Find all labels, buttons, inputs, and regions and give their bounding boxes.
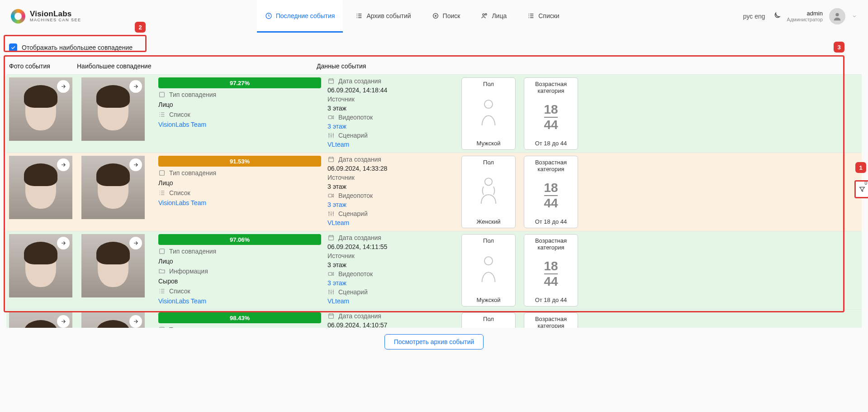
- topbar: VisionLabs MACHINES CAN SEE Последние со…: [0, 0, 868, 33]
- video-icon: [327, 192, 335, 199]
- annotation-badge-1: 1: [855, 162, 866, 173]
- show-best-match-checkbox[interactable]: [9, 43, 17, 52]
- list-icon: [158, 111, 166, 118]
- tab-archive-label: Архив событий: [366, 12, 411, 19]
- svg-rect-12: [328, 194, 332, 197]
- match-details: 98.43% Тип совпадения Лицо Список Vision…: [158, 312, 321, 328]
- svg-point-1: [433, 13, 438, 18]
- svg-rect-7: [329, 79, 334, 83]
- stream-value-link[interactable]: 3 этаж: [327, 123, 457, 130]
- tab-search[interactable]: Поиск: [424, 0, 469, 33]
- filter-count: 0: [864, 181, 867, 186]
- open-match-button[interactable]: [129, 158, 142, 171]
- gender-card: Пол Мужской: [461, 234, 516, 307]
- events-scroll[interactable]: 97.27% Тип совпадения Лицо Список Vision…: [6, 74, 862, 328]
- view-archive-button[interactable]: Посмотреть архив событий: [384, 334, 484, 350]
- brand-logo-icon: [11, 9, 25, 24]
- user-block: admin Администратор: [787, 10, 823, 23]
- annotation-badge-3: 3: [834, 42, 844, 53]
- arrow-right-icon: [60, 162, 66, 168]
- list-value-link[interactable]: VisionLabs Team: [158, 199, 321, 206]
- lang-ru[interactable]: рус: [743, 13, 753, 20]
- score-bar: 91.53%: [158, 156, 321, 167]
- nav-tabs: Последние события Архив событий Поиск Ли…: [257, 0, 568, 33]
- svg-point-13: [485, 178, 492, 185]
- calendar-icon: [327, 77, 335, 85]
- tab-latest-label: Последние события: [276, 12, 335, 19]
- lang-en[interactable]: eng: [754, 13, 765, 20]
- clock-icon: [265, 12, 272, 19]
- table-row: 98.43% Тип совпадения Лицо Список Vision…: [6, 309, 862, 328]
- arrow-right-icon: [60, 83, 66, 90]
- show-best-match-row: 2 Отображать наибольшее совпадение: [0, 37, 868, 58]
- info-cards: Пол Мужской Возрастная категория 18 44 О…: [461, 77, 588, 150]
- tab-lists-label: Списки: [538, 12, 559, 19]
- brand: VisionLabs MACHINES CAN SEE: [11, 9, 81, 24]
- open-match-button[interactable]: [129, 237, 142, 249]
- info-cards: Пол Женский Возрастная категория 18 44 О…: [461, 156, 588, 228]
- open-match-button[interactable]: [129, 80, 142, 93]
- user-name: admin: [787, 10, 823, 17]
- age-card: Возрастная категория 18 44 От 18 до 44: [524, 312, 578, 328]
- col-match: Наибольшее совпадение: [77, 62, 317, 70]
- filter-icon: [859, 186, 866, 193]
- open-event-button[interactable]: [57, 237, 70, 249]
- svg-point-4: [485, 14, 487, 15]
- svg-point-17: [484, 257, 493, 265]
- col-data: Данные события: [317, 62, 859, 70]
- scenario-value-link[interactable]: VLteam: [327, 297, 457, 305]
- open-event-button[interactable]: [57, 80, 70, 93]
- user-role: Администратор: [787, 17, 823, 23]
- svg-rect-8: [328, 116, 332, 119]
- svg-rect-15: [329, 235, 334, 240]
- scenario-value-link[interactable]: VLteam: [327, 141, 457, 148]
- chevron-down-icon[interactable]: [852, 14, 857, 19]
- arrow-right-icon: [60, 318, 66, 325]
- stream-value-link[interactable]: 3 этаж: [327, 279, 457, 287]
- open-match-button[interactable]: [129, 315, 142, 328]
- svg-rect-19: [329, 314, 334, 318]
- check-icon: [10, 45, 16, 50]
- arrow-right-icon: [133, 162, 139, 168]
- svg-rect-16: [328, 273, 332, 276]
- badge-icon: [158, 326, 166, 328]
- filter-tab[interactable]: 0: [855, 181, 868, 197]
- event-thumbnail: [9, 77, 72, 141]
- age-card: Возрастная категория 18 44 От 18 до 44: [524, 77, 578, 150]
- tab-lists[interactable]: Списки: [519, 0, 567, 33]
- brand-name: VisionLabs: [30, 10, 81, 18]
- gender-card: Пол Мужской: [461, 77, 516, 150]
- gender-card: Пол Женский: [461, 156, 516, 228]
- svg-point-3: [483, 14, 484, 15]
- badge-icon: [158, 248, 166, 255]
- svg-rect-14: [160, 249, 165, 254]
- show-best-match-label: Отображать наибольшее совпадение: [22, 44, 133, 51]
- event-meta: Дата создания 06.09.2024, 14:18:44 Источ…: [326, 77, 457, 150]
- list-icon: [356, 12, 363, 19]
- arrow-right-icon: [133, 240, 139, 246]
- match-thumbnail: [81, 312, 145, 328]
- match-details: 97.27% Тип совпадения Лицо Список Vision…: [158, 77, 321, 150]
- svg-rect-18: [160, 327, 165, 328]
- tab-faces[interactable]: Лица: [473, 0, 515, 33]
- events-table: 3 Фото события Наибольшее совпадение Дан…: [6, 58, 862, 328]
- avatar[interactable]: [829, 8, 845, 24]
- moon-icon[interactable]: [772, 12, 781, 21]
- info-line: Информация: [158, 268, 321, 275]
- stream-value-link[interactable]: 3 этаж: [327, 201, 457, 208]
- open-event-button[interactable]: [57, 315, 70, 328]
- sliders-icon: [327, 288, 335, 296]
- event-thumbnail: [9, 312, 72, 328]
- tab-faces-label: Лица: [492, 12, 507, 19]
- open-event-button[interactable]: [57, 158, 70, 171]
- tab-latest[interactable]: Последние события: [257, 0, 343, 33]
- score-bar: 97.06%: [158, 234, 321, 245]
- match-thumbnail: [81, 156, 145, 219]
- scenario-value-link[interactable]: VLteam: [327, 219, 457, 226]
- list-value-link[interactable]: VisionLabs Team: [158, 121, 321, 128]
- info-cards: Пол Мужской Возрастная категория 18 44 О…: [461, 234, 588, 307]
- calendar-icon: [327, 312, 335, 320]
- lang-switch: рус eng: [743, 13, 765, 20]
- list-value-link[interactable]: VisionLabs Team: [158, 297, 321, 305]
- tab-archive[interactable]: Архив событий: [347, 0, 419, 33]
